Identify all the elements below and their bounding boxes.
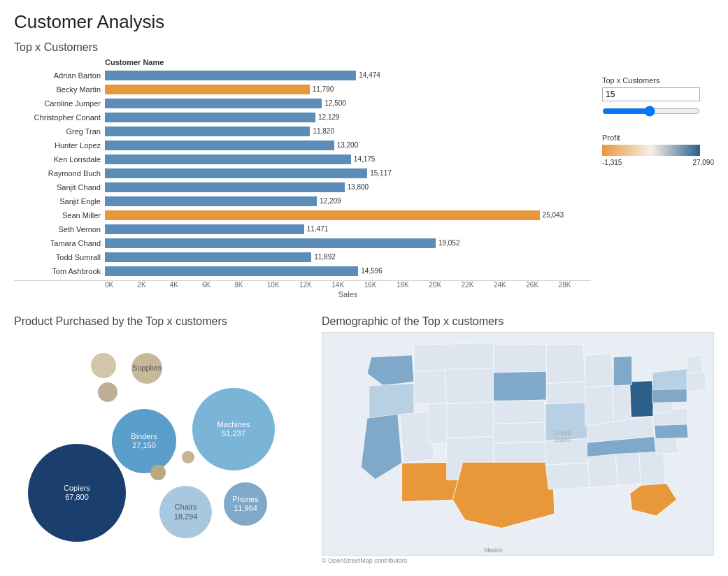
top-x-input[interactable]: [602, 87, 700, 101]
bar-row: Greg Tran 11,820: [14, 125, 591, 138]
bar-track: 14,175: [105, 154, 591, 164]
bar-fill: [105, 168, 367, 178]
bar-chart: Customer Name Adrian Barton 14,474 Becky…: [14, 58, 591, 298]
bar-label: Caroline Jumper: [14, 99, 105, 108]
bar-row: Ken Lonsdale 14,175: [14, 153, 591, 166]
bubble-label: Binders: [131, 432, 157, 441]
x-tick: 4K: [170, 281, 202, 289]
profit-label: Profit: [602, 134, 714, 142]
bar-label: Tom Ashbrook: [14, 267, 105, 275]
bar-label: Becky Martin: [14, 85, 105, 94]
bar-value: 11,820: [313, 127, 334, 135]
bar-fill: [105, 85, 310, 94]
bar-row: Tom Ashbrook 14,596: [14, 265, 591, 278]
map-title: Demographic of the Top x customers: [322, 315, 714, 328]
controls-panel: Top x Customers Profit -1,315 27,090: [602, 41, 714, 298]
bar-track: 14,474: [105, 71, 591, 80]
x-tick: 14K: [331, 281, 364, 289]
top-section: Top x Customers Customer Name Adrian Bar…: [14, 41, 714, 298]
x-tick: 20K: [429, 281, 461, 289]
bubble-label: Machines: [217, 420, 250, 429]
bar-track: 11,820: [105, 127, 591, 136]
profit-labels: -1,315 27,090: [602, 159, 714, 166]
bar-track: 15,117: [105, 168, 591, 178]
bar-row: Todd Sumrall 11,892: [14, 251, 591, 264]
map-section: Demographic of the Top x customers: [322, 315, 714, 564]
x-tick: 6K: [202, 281, 234, 289]
x-tick: 10K: [267, 281, 299, 289]
map-svg: Mexico United States: [322, 333, 713, 556]
bottom-section: Product Purchased by the Top x customers…: [14, 315, 714, 564]
bubble-value: 18,294: [174, 512, 198, 521]
bubble-chart-title: Product Purchased by the Top x customers: [14, 315, 308, 328]
bubble-value: 11,964: [234, 504, 257, 513]
bar-value: 14,596: [361, 267, 383, 275]
bar-value: 11,471: [307, 225, 329, 233]
bar-label: Tamara Chand: [14, 239, 105, 247]
page-title: Customer Analysis: [14, 11, 714, 33]
bar-label: Ken Lonsdale: [14, 155, 105, 164]
bar-fill: [105, 224, 304, 234]
svg-text:States: States: [555, 437, 571, 443]
profit-max: 27,090: [692, 159, 714, 166]
bar-track: 13,800: [105, 182, 591, 192]
bar-label: Todd Sumrall: [14, 253, 105, 261]
bar-label: Seth Vernon: [14, 225, 105, 233]
x-tick: 18K: [397, 281, 429, 289]
bar-rows: Adrian Barton 14,474 Becky Martin 11,790…: [14, 69, 591, 278]
bar-track: 13,200: [105, 141, 591, 150]
bar-row: Raymond Buch 15,117: [14, 167, 591, 180]
bubble: [91, 353, 116, 378]
bubble: Copiers 67,800: [28, 444, 126, 542]
top-x-slider[interactable]: [602, 106, 700, 117]
bar-track: 11,892: [105, 252, 591, 262]
bar-row: Becky Martin 11,790: [14, 83, 591, 96]
bar-label: Sanjit Engle: [14, 197, 105, 206]
bubble-label: Supplies: [132, 363, 162, 373]
bar-label: Sanjit Chand: [14, 183, 105, 192]
bubble: Phones 11,964: [224, 482, 267, 526]
bar-label: Sean Miller: [14, 211, 105, 219]
bar-track: 12,129: [105, 113, 591, 122]
bubble-chart-section: Product Purchased by the Top x customers…: [14, 315, 308, 564]
bar-value: 19,052: [438, 239, 460, 247]
profit-gradient: [602, 145, 700, 156]
bar-track: 12,500: [105, 99, 591, 108]
bar-value: 13,200: [337, 141, 359, 149]
profit-legend: Profit -1,315 27,090: [602, 134, 714, 166]
x-tick: 24K: [494, 281, 526, 289]
bar-chart-area: Top x Customers Customer Name Adrian Bar…: [14, 41, 591, 298]
bubble-label: Copiers: [64, 484, 90, 493]
us-map: Mexico United States: [322, 332, 714, 556]
bar-value: 13,800: [348, 183, 369, 191]
bar-track: 19,052: [105, 238, 591, 248]
bar-track: 25,043: [105, 210, 591, 220]
x-tick: 16K: [364, 281, 397, 289]
profit-min: -1,315: [602, 159, 622, 166]
bar-fill: [105, 196, 317, 206]
top-customers-title: Top x Customers: [14, 41, 591, 54]
column-header: Customer Name: [14, 58, 591, 66]
bubble: Binders 27,150: [112, 409, 176, 473]
bubble: [182, 451, 194, 463]
bar-value: 11,892: [314, 253, 336, 261]
bar-value: 14,474: [359, 71, 380, 79]
bar-fill: [105, 71, 356, 80]
bar-row: Sanjit Chand 13,800: [14, 181, 591, 194]
bar-fill: [105, 238, 436, 248]
bar-row: Caroline Jumper 12,500: [14, 97, 591, 110]
bar-fill: [105, 182, 345, 192]
bar-value: 14,175: [354, 155, 376, 163]
bubble-value: 67,800: [65, 493, 89, 502]
bar-track: 12,209: [105, 196, 591, 206]
bar-label: Raymond Buch: [14, 169, 105, 178]
bar-row: Christopher Conant 12,129: [14, 111, 591, 124]
bar-track: 11,790: [105, 85, 591, 94]
bar-label: Adrian Barton: [14, 71, 105, 80]
bar-label: Hunter Lopez: [14, 141, 105, 150]
top-x-label: Top x Customers: [602, 76, 714, 85]
bubble-chart: Copiers 67,800 Binders 27,150 Machines 5…: [14, 332, 294, 556]
bar-value: 12,500: [324, 99, 346, 107]
bar-fill: [105, 210, 540, 220]
bar-value: 12,209: [320, 197, 341, 205]
